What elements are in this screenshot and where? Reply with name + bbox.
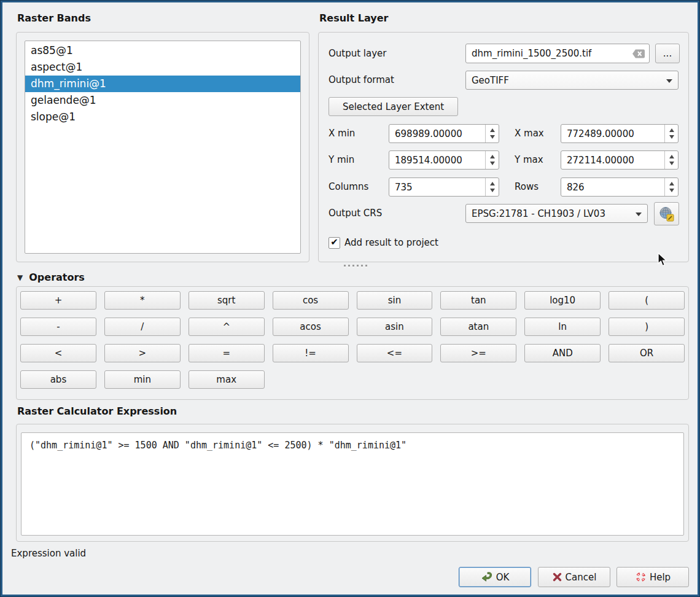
operator-button[interactable]: >= (440, 344, 516, 362)
columns-label: Columns (329, 178, 368, 197)
operator-button[interactable]: > (104, 344, 181, 362)
spin-buttons[interactable] (664, 151, 678, 169)
x-max-spinbox[interactable]: 772489.00000 (561, 124, 679, 143)
rows-label: Rows (515, 178, 539, 197)
expression-title: Raster Calculator Expression (17, 405, 177, 417)
output-format-label: Output format (329, 71, 394, 90)
operator-button[interactable]: OR (609, 344, 685, 362)
selected-layer-extent-button[interactable]: Selected Layer Extent (329, 97, 458, 116)
globe-crs-icon (658, 206, 675, 222)
ok-icon (481, 571, 493, 583)
y-max-label: Y max (515, 150, 543, 170)
columns-spinbox[interactable]: 735 (389, 178, 499, 197)
operator-button[interactable]: <= (357, 344, 433, 362)
spin-buttons[interactable] (485, 178, 499, 196)
operator-button[interactable]: sqrt (189, 291, 265, 310)
splitter-handle[interactable] (344, 265, 367, 267)
operator-button[interactable]: acos (273, 318, 349, 336)
spin-buttons[interactable] (664, 178, 678, 196)
operator-button[interactable]: - (20, 318, 96, 336)
operator-button[interactable]: + (20, 291, 96, 310)
output-format-value: GeoTIFF (472, 75, 509, 86)
output-crs-value: EPSG:21781 - CH1903 / LV03 (472, 208, 605, 219)
operator-button[interactable]: ( (609, 291, 685, 310)
operator-button[interactable]: tan (440, 291, 516, 310)
checkmark-icon: ✔ (330, 238, 338, 247)
operator-button[interactable]: * (104, 291, 181, 310)
y-max-value: 272114.00000 (561, 155, 664, 166)
collapse-indicator-icon[interactable]: ▼ (17, 274, 23, 281)
clear-text-icon[interactable] (632, 49, 645, 59)
output-layer-label: Output layer (329, 44, 387, 63)
rows-spinbox[interactable]: 826 (561, 178, 679, 197)
output-format-select[interactable]: GeoTIFF (465, 71, 679, 90)
operator-button[interactable]: log10 (524, 291, 601, 310)
output-crs-label: Output CRS (329, 204, 382, 223)
operator-button[interactable]: != (273, 344, 349, 362)
operator-button[interactable]: cos (273, 291, 349, 310)
operator-button[interactable]: / (104, 318, 181, 336)
add-result-checkbox[interactable]: ✔ (329, 237, 340, 249)
y-max-spinbox[interactable]: 272114.00000 (561, 150, 679, 170)
x-min-spinbox[interactable]: 698989.00000 (389, 124, 499, 143)
operator-button[interactable]: min (104, 370, 181, 389)
operators-grid: +*sqrtcossintanlog10(-/^acosasinatanln)<… (20, 291, 685, 389)
raster-band-item[interactable]: gelaende@1 (25, 92, 300, 109)
add-result-label: Add result to project (344, 237, 438, 249)
operator-button[interactable]: ln (524, 318, 601, 336)
raster-band-item[interactable]: as85@1 (25, 42, 300, 59)
output-layer-input[interactable]: dhm_rimini_1500_2500.tif (465, 44, 650, 63)
browse-button[interactable]: ... (655, 44, 680, 63)
x-max-label: X max (515, 124, 544, 143)
operator-button[interactable]: atan (440, 318, 516, 336)
raster-calculator-dialog: Raster Bands as85@1aspect@1dhm_rimini@1g… (0, 0, 700, 597)
y-min-spinbox[interactable]: 189514.00000 (389, 150, 499, 170)
raster-band-item[interactable]: dhm_rimini@1 (25, 76, 300, 92)
operator-button[interactable]: sin (357, 291, 433, 310)
operator-button[interactable]: ) (609, 318, 685, 336)
help-icon (635, 571, 647, 583)
chevron-down-icon (666, 79, 672, 83)
operator-button[interactable]: ^ (189, 318, 265, 336)
y-min-value: 189514.00000 (389, 155, 485, 166)
x-min-value: 698989.00000 (389, 128, 485, 139)
expression-textarea[interactable]: ("dhm_rimini@1" >= 1500 AND "dhm_rimini@… (21, 432, 684, 536)
raster-band-list[interactable]: as85@1aspect@1dhm_rimini@1gelaende@1slop… (25, 41, 301, 254)
result-layer-groupbox: Output layer dhm_rimini_1500_2500.tif ..… (318, 32, 689, 262)
operator-button[interactable]: = (189, 344, 265, 362)
cancel-button[interactable]: Cancel (538, 567, 610, 587)
operators-title: Operators (29, 271, 85, 283)
x-min-label: X min (329, 124, 355, 143)
operator-button[interactable]: asin (357, 318, 433, 336)
output-layer-value: dhm_rimini_1500_2500.tif (472, 48, 632, 59)
crs-picker-button[interactable] (654, 202, 679, 225)
expression-status: Expression valid (11, 548, 86, 559)
raster-band-item[interactable]: slope@1 (25, 109, 300, 125)
columns-value: 735 (389, 182, 485, 193)
operator-button[interactable]: abs (20, 370, 96, 389)
chevron-down-icon (636, 213, 642, 216)
spin-buttons[interactable] (485, 125, 499, 142)
output-crs-select[interactable]: EPSG:21781 - CH1903 / LV03 (465, 204, 648, 223)
help-button[interactable]: Help (616, 567, 689, 587)
ok-button[interactable]: OK (459, 567, 531, 587)
spin-buttons[interactable] (485, 151, 499, 169)
cancel-icon (552, 572, 562, 582)
spin-buttons[interactable] (664, 125, 678, 142)
operator-button[interactable]: < (20, 344, 96, 362)
operator-button[interactable]: max (189, 370, 265, 389)
result-layer-title: Result Layer (319, 12, 388, 24)
x-max-value: 772489.00000 (561, 128, 664, 139)
y-min-label: Y min (329, 150, 354, 170)
rows-value: 826 (561, 182, 664, 193)
raster-band-item[interactable]: aspect@1 (25, 59, 300, 76)
raster-bands-title: Raster Bands (17, 12, 91, 24)
operator-button[interactable]: AND (524, 344, 601, 362)
